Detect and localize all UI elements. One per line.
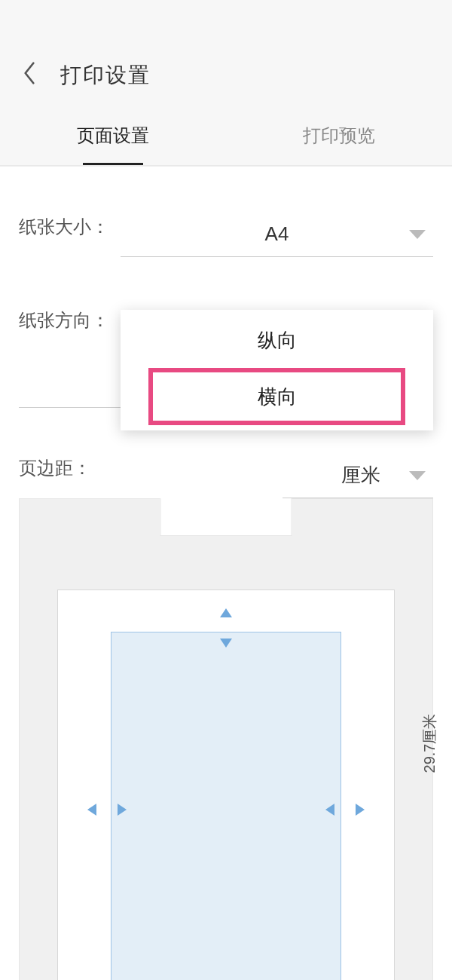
select-margin-unit[interactable]: 厘米	[282, 453, 433, 498]
status-bar-area	[0, 0, 452, 45]
margin-handle-left-inner[interactable]	[118, 804, 127, 816]
tab-print-preview[interactable]: 打印预览	[226, 106, 452, 165]
row-orientation: 纸张方向： 纵向 横向	[19, 257, 433, 408]
svg-marker-1	[409, 471, 426, 480]
value-margin-unit: 厘米	[341, 462, 380, 488]
label-margin: 页边距：	[19, 456, 282, 498]
margin-handle-top-inner[interactable]	[220, 639, 232, 648]
tab-page-setup[interactable]: 页面设置	[0, 106, 226, 165]
margin-preview: 29.7厘米	[19, 498, 433, 980]
orientation-option-landscape[interactable]: 横向	[151, 370, 403, 423]
orientation-dropdown: 纵向 横向	[121, 310, 433, 430]
margin-handle-right-inner[interactable]	[325, 804, 334, 816]
preview-notch	[160, 498, 292, 536]
row-paper-size: 纸张大小： A4	[19, 167, 433, 257]
page-title: 打印设置	[60, 61, 151, 90]
orientation-option-portrait[interactable]: 纵向	[121, 310, 433, 370]
header: 打印设置	[0, 45, 452, 106]
svg-marker-0	[409, 230, 426, 239]
margin-handle-left-outer[interactable]	[87, 804, 96, 816]
label-orientation: 纸张方向：	[19, 308, 121, 408]
paper-height-label: 29.7厘米	[420, 714, 440, 773]
preview-content-area	[111, 632, 341, 980]
tab-bar: 页面设置 打印预览	[0, 106, 452, 166]
back-icon[interactable]	[23, 62, 53, 90]
select-paper-size[interactable]: A4	[121, 212, 433, 257]
label-paper-size: 纸张大小：	[19, 215, 121, 257]
margin-handle-right-outer[interactable]	[356, 804, 365, 816]
margin-preview-section: 29.7厘米	[0, 498, 452, 980]
margin-handle-top-outer[interactable]	[220, 608, 232, 617]
chevron-down-icon	[409, 464, 426, 487]
settings-content: 纸张大小： A4 纸张方向： 纵向 横向 页边距： 厘米	[0, 166, 452, 498]
preview-paper	[57, 590, 395, 980]
value-paper-size: A4	[265, 222, 289, 246]
chevron-down-icon	[409, 222, 426, 246]
